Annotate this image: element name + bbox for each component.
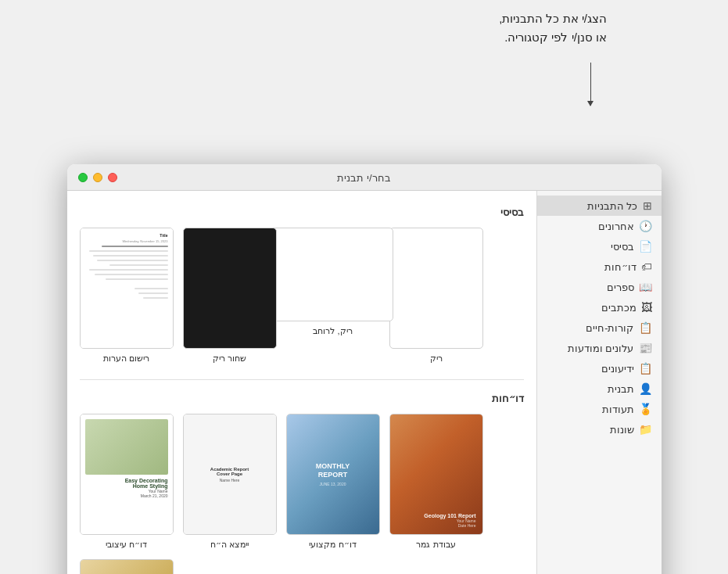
tooltip-line2: או סנן/י לפי קטגוריה.	[499, 28, 607, 47]
sidebar-label-awards: תעודות	[543, 404, 634, 415]
resume-icon: 📋	[639, 321, 652, 334]
app-wrapper: הצג/י את כל התבניות, או סנן/י לפי קטגורי…	[0, 0, 728, 574]
letter-label: רישום הערות	[103, 353, 149, 364]
recent-icon: 🕐	[639, 220, 652, 232]
sidebar-label-newsletters: עלונים ומודעות	[543, 343, 634, 354]
sidebar-label-all: כל התבניות	[543, 200, 638, 212]
template-letter[interactable]: Title Wednesday, November 15, 2023	[80, 228, 174, 364]
blank-wide-thumb	[272, 228, 393, 321]
template-monthly[interactable]: MONTHLYREPORT JUNE 13, 2020 דו״ח מקצועי	[286, 414, 380, 550]
misc-icon: 📁	[639, 423, 652, 436]
template-thesis[interactable]: Geology 101 Report Your Name Date Here ח…	[80, 559, 174, 574]
sidebar-item-letters[interactable]: 🖼 מכתבים	[537, 297, 662, 317]
sidebar-item-template[interactable]: 👤 תבנית	[537, 378, 662, 399]
template-academic[interactable]: Academic ReportCover Page Name Here יימצ…	[183, 414, 277, 550]
awards-icon: 🏅	[639, 403, 652, 415]
template-blank-wide[interactable]: ריק, לרוחב	[286, 228, 380, 364]
letters-icon: 🖼	[641, 301, 652, 314]
main-content: ⊞ כל התבניות 🕐 אחרונים 📄 בסיסי 🏷 דו״חות	[67, 191, 662, 574]
blank-wide-label: ריק, לרוחב	[313, 326, 352, 336]
window-title: בחר/י תבנית	[337, 172, 390, 184]
sidebar-label-recent: אחרונים	[543, 221, 634, 232]
sidebar-item-reports[interactable]: 🏷 דו״חות	[537, 257, 662, 277]
books-icon: 📖	[639, 281, 652, 293]
academic-label: יימצא ה״ח	[210, 540, 249, 550]
sidebar-item-basic[interactable]: 📄 בסיסי	[537, 236, 662, 257]
tooltip-line1: הצג/י את כל התבניות,	[499, 9, 607, 28]
monthly-thumb: MONTHLYREPORT JUNE 13, 2020	[286, 414, 380, 535]
template-decorating[interactable]: Easy DecoratingHome Styling Your Name Ma…	[80, 414, 174, 550]
blank-black-label: שחור ריק	[213, 353, 246, 364]
sidebar-item-recent[interactable]: 🕐 אחרונים	[537, 216, 662, 236]
basic-divider	[80, 379, 524, 380]
blank-black-thumb	[183, 228, 277, 349]
geology-thumb: Geology 101 Report Your Name Date Here	[389, 414, 483, 535]
sidebar-label-resume: קורות-חיים	[543, 322, 634, 334]
geology-label: עבודת גמר	[416, 540, 455, 550]
sidebar-item-awards[interactable]: 🏅 תעודות	[537, 399, 662, 419]
newsletters-icon: 📰	[639, 342, 652, 354]
sidebar-label-basic: בסיסי	[543, 241, 634, 253]
thesis-thumb: Geology 101 Report Your Name Date Here	[80, 559, 174, 574]
close-button[interactable]	[108, 173, 117, 182]
template-blank-black[interactable]: שחור ריק	[183, 228, 277, 364]
decorating-thumb: Easy DecoratingHome Styling Your Name Ma…	[80, 414, 174, 535]
sidebar-label-template: תבנית	[543, 383, 634, 395]
sidebar-item-misc[interactable]: 📁 שונות	[537, 419, 662, 439]
template-blank[interactable]: ריק	[389, 228, 483, 364]
blank-thumb	[389, 228, 483, 349]
sidebar-item-newsletters[interactable]: 📰 עלונים ומודעות	[537, 338, 662, 358]
blank-label: ריק	[430, 353, 443, 364]
monthly-label: דו״ח מקצועי	[309, 540, 356, 550]
template-icon: 👤	[639, 382, 652, 395]
sidebar-item-all[interactable]: ⊞ כל התבניות	[537, 196, 662, 216]
reports-template-grid: Geology 101 Report Your Name Date Here ע…	[80, 414, 524, 574]
sidebar-item-presentations[interactable]: 📋 ידיעונים	[537, 358, 662, 378]
templates-area: בסיסי ריק ריק, לרוחב שחור ריק	[67, 191, 536, 574]
presentations-icon: 📋	[639, 362, 652, 375]
sidebar-label-books: ספרים	[543, 282, 634, 293]
basic-icon: 📄	[639, 240, 652, 253]
decorating-label: דו״ח עיצובי	[106, 540, 147, 550]
letter-thumb: Title Wednesday, November 15, 2023	[80, 228, 174, 349]
reports-section-header: דו״חות	[80, 393, 524, 404]
template-chooser-window: בחר/י תבנית ⊞ כל התבניות 🕐 אחרונים 📄	[67, 164, 662, 574]
sidebar: ⊞ כל התבניות 🕐 אחרונים 📄 בסיסי 🏷 דו״חות	[536, 191, 662, 574]
tooltip: הצג/י את כל התבניות, או סנן/י לפי קטגורי…	[499, 9, 607, 47]
basic-section-header: בסיסי	[80, 206, 524, 218]
maximize-button[interactable]	[78, 173, 88, 182]
titlebar: בחר/י תבנית	[67, 164, 662, 191]
minimize-button[interactable]	[93, 173, 102, 182]
academic-thumb: Academic ReportCover Page Name Here	[183, 414, 277, 535]
template-geology[interactable]: Geology 101 Report Your Name Date Here ע…	[389, 414, 483, 550]
reports-icon: 🏷	[641, 260, 652, 273]
sidebar-label-presentations: ידיעונים	[543, 363, 634, 375]
sidebar-label-letters: מכתבים	[543, 302, 637, 314]
basic-template-grid: ריק ריק, לרוחב שחור ריק	[80, 228, 524, 364]
sidebar-label-misc: שונות	[543, 424, 634, 436]
sidebar-label-reports: דו״חות	[543, 261, 637, 273]
window-controls	[78, 173, 117, 182]
sidebar-item-resume[interactable]: 📋 קורות-חיים	[537, 317, 662, 338]
all-templates-icon: ⊞	[643, 199, 652, 212]
sidebar-item-books[interactable]: 📖 ספרים	[537, 277, 662, 297]
